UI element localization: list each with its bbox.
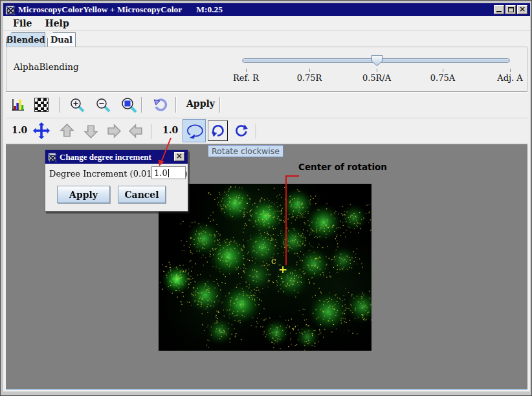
dialog-close-icon: ×	[175, 151, 184, 160]
toolbar-separator	[59, 97, 60, 113]
slider-label-adj-a: Adj. A	[497, 73, 522, 83]
tab-dual[interactable]: Dual	[47, 32, 76, 47]
rotate-ellipse-button[interactable]	[183, 119, 206, 142]
move-left-button[interactable]	[128, 123, 144, 139]
toolbar-separator	[151, 124, 152, 139]
rotate-clockwise-button[interactable]	[208, 120, 228, 141]
rotation-center-cross-marker: +	[278, 263, 287, 276]
dialog-title-bar[interactable]: Change degree increment ×	[45, 150, 188, 164]
move-up-button[interactable]	[59, 123, 75, 139]
scale-value-label: 1.0	[12, 125, 27, 135]
toolbar-separator	[141, 97, 142, 113]
rotate-clockwise-icon	[210, 123, 226, 138]
alpha-blending-panel: AlphaBlending Ref. R 0.75R 0.5R/A 0.75A …	[6, 47, 527, 92]
slider-tick	[510, 69, 511, 72]
minimize-icon	[496, 11, 502, 12]
move-button[interactable]	[32, 122, 50, 140]
toolbar-separator	[219, 97, 221, 113]
undo-icon	[152, 97, 168, 113]
slider-tick	[246, 69, 247, 72]
dialog-icon	[48, 153, 56, 161]
dialog-apply-button[interactable]: Apply	[57, 186, 110, 203]
arrow-down-icon	[83, 123, 99, 139]
zoom-fit-button[interactable]	[120, 96, 138, 114]
move-right-button[interactable]	[105, 123, 122, 139]
app-window: MicroscopyColorYellow + MicroscopyColor …	[0, 0, 532, 396]
slider-tick	[377, 69, 377, 72]
center-of-rotation-label: Center of rotation	[298, 162, 387, 172]
arrow-left-icon	[128, 123, 144, 139]
tooltip-rotate-clockwise: Rotate clockwise	[208, 145, 283, 157]
text-caret	[168, 169, 169, 177]
title-bar[interactable]: MicroscopyColorYellow + MicroscopyColor …	[3, 3, 530, 16]
app-icon	[5, 5, 15, 15]
maximize-icon	[508, 7, 514, 12]
apply-button[interactable]: Apply	[186, 98, 215, 109]
degree-increment-value: 1.0	[154, 168, 168, 178]
menu-file[interactable]: File	[10, 17, 34, 29]
window-content: MicroscopyColorYellow + MicroscopyColor …	[3, 3, 530, 391]
zoom-fit-icon	[120, 96, 138, 114]
toolbar-separator	[175, 97, 177, 113]
menu-bar: File Help	[3, 16, 530, 31]
degree-increment-input[interactable]: 1.0	[151, 166, 186, 179]
minimize-button[interactable]	[494, 5, 504, 14]
zoom-in-button[interactable]	[69, 97, 85, 113]
arrow-up-icon	[59, 123, 75, 139]
slider-label-075r: 0.75R	[297, 73, 322, 83]
zoom-out-button[interactable]	[95, 97, 111, 113]
slider-label-05ra: 0.5R/A	[362, 73, 391, 83]
rotate-counterclockwise-icon	[234, 123, 249, 138]
arrow-right-icon	[105, 123, 122, 139]
zoom-out-icon	[95, 97, 111, 113]
rotation-callout-line	[287, 175, 299, 177]
transform-toolbar: 1.0 1.0	[6, 118, 527, 144]
dialog-cancel-button[interactable]: Cancel	[118, 186, 166, 203]
move-icon	[32, 122, 50, 140]
slider-tick	[443, 69, 443, 72]
checkerboard-icon	[34, 98, 49, 112]
maximize-button[interactable]	[505, 5, 516, 14]
tab-blended[interactable]: Blended	[6, 32, 45, 47]
move-down-button[interactable]	[83, 123, 99, 139]
dialog-close-button[interactable]: ×	[174, 152, 184, 161]
dialog-title: Change degree increment	[60, 152, 151, 162]
alpha-blending-label: AlphaBlending	[14, 61, 79, 72]
window-controls: ×	[493, 5, 527, 14]
magnification-label: M:0.25	[196, 5, 223, 15]
rotate-ellipse-icon	[184, 122, 204, 139]
microscopy-image[interactable]	[159, 184, 371, 351]
close-button[interactable]: ×	[517, 5, 527, 14]
window-title: MicroscopyColorYellow + MicroscopyColor	[18, 5, 182, 15]
rotate-counterclockwise-button[interactable]	[231, 120, 251, 141]
histogram-button[interactable]	[11, 98, 25, 112]
histogram-icon	[11, 98, 25, 112]
checkerboard-button[interactable]	[34, 98, 49, 112]
tab-bar: Blended Dual	[3, 31, 530, 47]
toolbar-separator	[256, 124, 257, 139]
alpha-slider-thumb[interactable]	[371, 55, 382, 66]
main-toolbar: Apply	[6, 92, 527, 118]
slider-tick	[309, 69, 310, 72]
close-icon: ×	[518, 5, 527, 14]
rotation-callout-line	[285, 175, 287, 265]
undo-button[interactable]	[152, 97, 168, 113]
zoom-in-icon	[69, 97, 85, 113]
change-degree-increment-dialog: Change degree increment × Degree Increme…	[45, 149, 188, 212]
menu-help[interactable]: Help	[42, 17, 71, 29]
rotation-center-c-marker: c	[271, 256, 276, 266]
degree-value-label: 1.0	[162, 125, 178, 135]
slider-label-075a: 0.75A	[430, 73, 455, 83]
slider-label-ref-r: Ref. R	[233, 73, 259, 83]
